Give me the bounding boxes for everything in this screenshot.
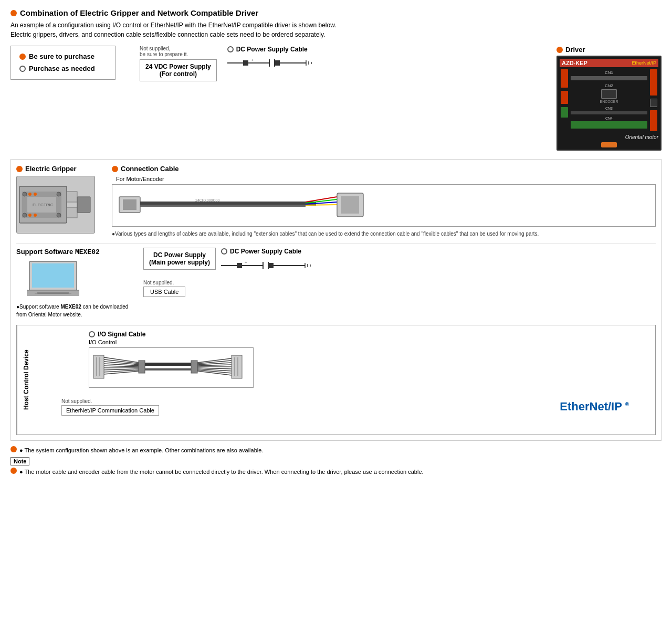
dc-cable-svg2: + — [221, 257, 337, 274]
legend-box: Be sure to purchase Purchase as needed — [10, 46, 116, 80]
svg-rect-41 — [37, 292, 69, 294]
connection-cable-col: Connection Cable For Motor/Encoder — [112, 165, 656, 238]
mexeo2-note: MEXE02 — [60, 304, 81, 310]
system-note-dot — [10, 446, 17, 452]
purchase-as-needed-label: Purchase as needed — [29, 62, 95, 75]
dc-cable-label1: DC Power Supply Cable — [227, 46, 332, 53]
connection-cable-svg: 24CFX000C00 — [117, 189, 379, 220]
filled-dot-icon — [19, 54, 26, 60]
svg-rect-66 — [139, 361, 145, 373]
svg-rect-79 — [232, 355, 242, 378]
electric-gripper-col: Electric Gripper — [16, 165, 106, 234]
svg-line-75 — [197, 368, 232, 369]
legend-item-needed: Purchase as needed — [19, 62, 107, 75]
dc-cable-svg1: + — [227, 55, 332, 71]
dc-main-box: DC Power Supply(Main power supply) — [143, 248, 216, 270]
io-cable-box — [89, 347, 254, 388]
host-section: Host Control Device I/O Signal Cable I/O… — [16, 325, 656, 435]
svg-point-23 — [34, 193, 37, 196]
laptop-visual — [27, 260, 127, 299]
svg-rect-1 — [243, 60, 248, 66]
system-note-text: ● The system configuration shown above i… — [19, 446, 263, 455]
svg-point-15 — [57, 192, 61, 196]
laptop-svg — [27, 260, 79, 297]
svg-point-25 — [34, 214, 37, 217]
io-cable-svg — [92, 351, 250, 383]
svg-point-16 — [57, 213, 61, 217]
title-dot — [10, 10, 17, 16]
empty-dot-icon — [19, 66, 26, 72]
ethernet-ip-logo: EtherNet/IP ® — [560, 400, 629, 413]
svg-point-22 — [28, 193, 32, 196]
usb-cable-box: USB Cable — [143, 287, 185, 297]
svg-line-33 — [306, 205, 337, 205]
empty-dot-io — [89, 331, 95, 337]
gripper-visual: ELECTRIC — [16, 176, 95, 234]
power-supply-box: 24 VDC Power Supply(For control) — [140, 59, 217, 81]
svg-rect-39 — [32, 263, 74, 288]
connection-cable-label: Connection Cable — [112, 165, 656, 173]
dc-cable-label2: DC Power Supply Cable — [221, 248, 337, 255]
support-software-section: Support Software MEXE02 ●Support softwar… — [16, 248, 137, 319]
title-text: Combination of Electric Gripper and Netw… — [20, 8, 258, 17]
svg-rect-69 — [191, 361, 197, 373]
host-control-label: Host Control Device — [17, 325, 35, 435]
ethernet-not-supplied: Not supplied. — [61, 398, 159, 404]
svg-text:24CFX000C00: 24CFX000C00 — [195, 198, 219, 202]
driver-model: AZD-KEP — [562, 60, 587, 66]
svg-line-61 — [104, 366, 140, 367]
connection-cable-box: 24CFX000C00 — [112, 184, 656, 227]
dc-cable-text1: DC Power Supply Cable — [236, 46, 308, 53]
svg-rect-19 — [77, 197, 90, 213]
filled-dot-gripper — [16, 166, 23, 172]
svg-rect-54 — [93, 355, 104, 378]
support-software-title: Support Software MEXE02 — [16, 248, 137, 256]
gripper-svg: ELECTRIC — [17, 176, 94, 234]
svg-line-34 — [306, 206, 337, 207]
ethernet-cable-box: EtherNet/IP Communication Cable — [61, 405, 159, 416]
support-label: Support Software — [16, 248, 73, 256]
usb-not-supplied: Not supplied. — [143, 280, 656, 285]
io-cable-label: I/O Signal Cable — [89, 331, 650, 338]
legend-item-sure: Be sure to purchase — [19, 50, 107, 62]
svg-rect-17 — [67, 192, 77, 202]
page-title: Combination of Electric Gripper and Netw… — [10, 8, 662, 17]
dc-cable-text2: DC Power Supply Cable — [230, 248, 301, 255]
svg-rect-27 — [123, 199, 136, 210]
svg-rect-49 — [268, 263, 274, 268]
dc-main-section: DC Power Supply(Main power supply) DC Po… — [143, 248, 656, 297]
system-note: ● The system configuration shown above i… — [10, 446, 662, 455]
svg-rect-6 — [275, 60, 280, 66]
filled-dot-cable — [112, 166, 118, 172]
subtitle-line2: Electric grippers, drivers, and connecti… — [10, 30, 662, 39]
subtitle: An example of a configuration using I/O … — [10, 20, 662, 39]
svg-text:ELECTRIC: ELECTRIC — [33, 203, 54, 207]
sure-to-purchase-label: Be sure to purchase — [29, 50, 94, 62]
electric-gripper-label: Electric Gripper — [16, 165, 106, 173]
subtitle-line1: An example of a configuration using I/O … — [10, 20, 662, 30]
io-cable-text: I/O Signal Cable — [98, 331, 145, 338]
io-signal-section: I/O Signal Cable I/O Control — [89, 331, 650, 388]
empty-dot-dc1 — [227, 46, 234, 52]
svg-point-13 — [23, 192, 27, 196]
support-note: ●Support software MEXE02 can be download… — [16, 303, 137, 319]
for-motor-label: For Motor/Encoder — [116, 176, 656, 182]
svg-line-73 — [197, 365, 232, 366]
empty-dot-dc2 — [221, 248, 227, 255]
mexeo2-name: MEXE02 — [75, 248, 100, 256]
svg-rect-44 — [237, 263, 242, 268]
driver-brand: EtherNet/IP — [632, 60, 656, 66]
filled-dot-driver — [556, 47, 563, 53]
motor-note-dot — [10, 468, 17, 474]
svg-line-63 — [104, 369, 140, 370]
svg-point-14 — [23, 213, 27, 217]
power-note: Not supplied,be sure to prepare it. — [140, 46, 188, 57]
svg-rect-36 — [341, 196, 359, 214]
driver-text: Driver — [565, 46, 585, 54]
svg-rect-18 — [67, 207, 77, 218]
driver-box: AZD-KEP EtherNet/IP CN1 — [556, 56, 662, 151]
io-control-label: I/O Control — [89, 339, 650, 345]
driver-manufacturer: Oriental motor — [625, 134, 658, 140]
svg-text:+: + — [245, 260, 247, 265]
svg-text:+: + — [251, 58, 254, 62]
